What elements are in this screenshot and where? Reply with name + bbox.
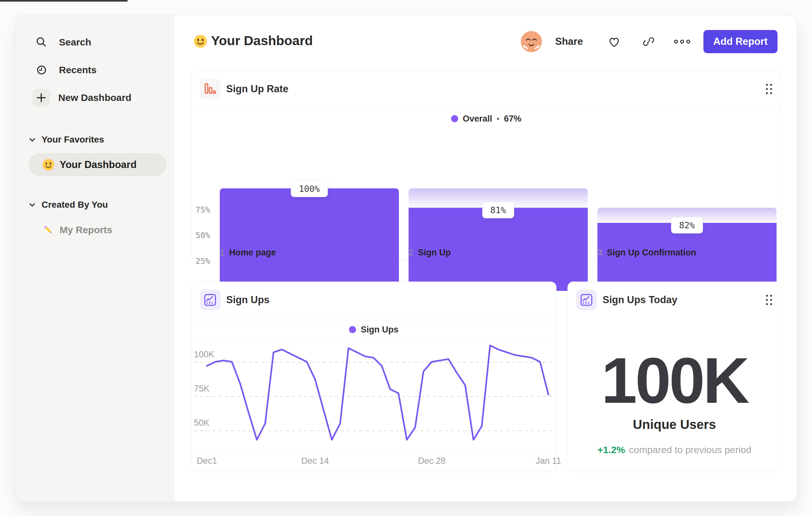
card-divider xyxy=(192,108,781,109)
sidebar-item-my-reports[interactable]: My Reports xyxy=(42,219,112,241)
sidebar-item-label: My Reports xyxy=(60,224,112,236)
kpi-value: 100K xyxy=(568,348,781,413)
legend-dot-icon xyxy=(349,326,356,333)
sidebar-item-recents[interactable]: Recents xyxy=(33,60,97,80)
x-axis-tick-label: Dec1 xyxy=(197,456,217,466)
drag-handle-icon[interactable] xyxy=(766,84,772,94)
funnel-bar[interactable] xyxy=(220,188,399,291)
clock-icon xyxy=(33,61,51,79)
sidebar-item-search[interactable]: Search xyxy=(33,32,91,53)
legend-separator: • xyxy=(497,114,499,123)
pencil-emoji-icon xyxy=(42,224,54,236)
card-divider xyxy=(192,320,556,320)
funnel-step-label: 2Sign Up xyxy=(409,248,451,258)
legend-label: Overall xyxy=(463,114,492,124)
sidebar-item-label: New Dashboard xyxy=(58,92,132,103)
conversion-badge: 100% xyxy=(291,181,328,197)
sidebar-item-label: Recents xyxy=(59,64,97,76)
sign-ups-line-series[interactable] xyxy=(192,337,557,449)
plus-icon xyxy=(33,89,50,106)
step-name: Sign Up xyxy=(418,248,451,258)
card-title: Sign Up Rate xyxy=(226,83,288,95)
sidebar-item-label: Search xyxy=(59,37,91,48)
search-icon xyxy=(33,33,51,51)
x-axis-line xyxy=(192,449,556,449)
page-title: Your Dashboard xyxy=(211,33,313,48)
x-axis-labels: Dec1Dec 14Dec 28Jan 11 xyxy=(192,456,556,469)
user-avatar[interactable] xyxy=(521,31,542,52)
line-chart-icon xyxy=(576,290,597,310)
funnel-chart: 75%50%25%0%100%1Home page81%2Sign Up82%3… xyxy=(192,123,781,261)
copy-link-icon[interactable] xyxy=(642,34,656,49)
x-axis-tick-label: Jan 11 xyxy=(535,456,561,466)
legend-value: 67% xyxy=(504,114,521,124)
x-axis-tick-label: Dec 14 xyxy=(301,456,329,466)
line-chart[interactable]: 100K75K50K xyxy=(192,337,557,449)
sign-ups-today-card: Sign Ups Today 100K Unique Users +1.2% c… xyxy=(568,281,781,472)
conversion-badge: 81% xyxy=(482,202,514,218)
smiley-emoji-icon xyxy=(42,159,54,171)
legend-label: Sign Ups xyxy=(360,325,398,335)
funnel-step-label: 3Sign Up Confirmation xyxy=(598,248,696,258)
x-axis-tick-label: Dec 28 xyxy=(418,456,446,466)
kpi-delta-note: compared to previous period xyxy=(629,444,751,455)
section-title: Your Favorites xyxy=(41,134,104,145)
y-axis-tick-label: 25% xyxy=(192,256,210,266)
drag-handle-icon[interactable] xyxy=(766,295,772,305)
y-axis-tick-label: 75% xyxy=(192,205,210,214)
kpi-delta: +1.2% xyxy=(598,444,625,455)
more-options-icon[interactable] xyxy=(673,37,691,46)
sidebar-item-new-dashboard[interactable]: New Dashboard xyxy=(33,87,132,108)
app-window: Search Recents New Dashboard xyxy=(16,15,797,502)
chevron-down-icon xyxy=(28,135,36,144)
step-number: 2 xyxy=(409,248,413,258)
sidebar-item-your-dashboard[interactable]: Your Dashboard xyxy=(29,153,167,176)
sidebar: Search Recents New Dashboard xyxy=(16,15,174,501)
legend-dot-icon xyxy=(451,115,458,122)
conversion-badge: 82% xyxy=(671,217,703,234)
step-number: 1 xyxy=(220,248,225,258)
y-axis-tick-label: 50% xyxy=(192,230,210,240)
kpi-delta-row: +1.2% compared to previous period xyxy=(568,444,781,455)
sidebar-item-label: Your Dashboard xyxy=(60,159,137,171)
step-name: Home page xyxy=(229,248,276,258)
section-title: Created By You xyxy=(41,200,108,210)
dashboard-title-emoji-icon xyxy=(194,34,207,48)
window-edge-artifact xyxy=(0,0,127,2)
share-button[interactable]: Share xyxy=(555,36,583,47)
line-legend[interactable]: Sign Ups xyxy=(192,323,556,337)
chevron-down-icon xyxy=(28,200,36,209)
card-title: Sign Ups Today xyxy=(603,294,677,306)
bar-chart-icon xyxy=(200,79,221,99)
step-name: Sign Up Confirmation xyxy=(607,248,696,258)
favorite-heart-icon[interactable] xyxy=(606,34,622,49)
sign-up-rate-card: Sign Up Rate Overall • 67% 75%50%25%0%10… xyxy=(191,71,781,260)
funnel-step-label: 1Home page xyxy=(220,248,276,258)
sidebar-section-your-favorites[interactable]: Your Favorites xyxy=(28,130,104,149)
sidebar-section-created-by-you[interactable]: Created By You xyxy=(28,195,108,214)
sign-ups-card: Sign Ups Sign Ups 100K75K50K Dec1Dec 14D… xyxy=(191,281,556,472)
add-report-button[interactable]: Add Report xyxy=(703,30,778,53)
kpi-caption: Unique Users xyxy=(568,417,781,432)
line-chart-icon xyxy=(200,290,221,310)
card-title: Sign Ups xyxy=(226,294,269,306)
step-number: 3 xyxy=(598,248,602,258)
